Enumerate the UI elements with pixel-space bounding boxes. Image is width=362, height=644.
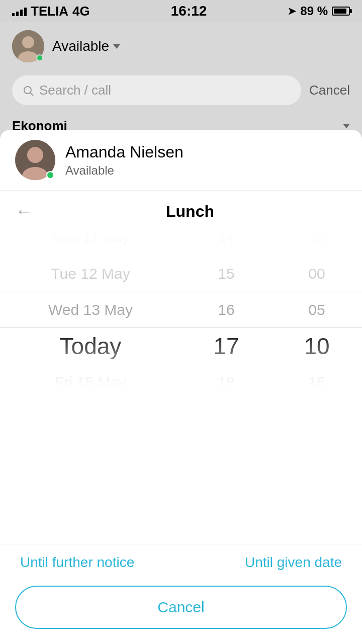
status-left: TELIA 4G [12, 4, 90, 19]
header-status-label: Available [52, 38, 109, 54]
battery-percentage: 89 % [300, 4, 328, 18]
carrier-label: TELIA [31, 4, 68, 19]
picker-date-item-selected: Today [48, 328, 133, 364]
picker-date-items: Mon 11 May Tue 12 May Wed 13 May Today F… [48, 232, 133, 388]
time-label: 16:12 [171, 3, 207, 19]
contact-row: Amanda Nielsen Available [0, 130, 362, 191]
app-header: Available [0, 22, 362, 70]
picker-date-item: Mon 11 May [48, 232, 133, 256]
picker-hour-item-selected: 17 [213, 328, 239, 364]
back-button[interactable]: ← [15, 201, 33, 222]
picker-minute-item: 00 [304, 256, 329, 292]
picker-date-item: Fri 15 May [48, 364, 133, 388]
picker-title: Lunch [33, 202, 347, 221]
contact-info: Amanda Nielsen Available [65, 143, 184, 178]
modal-sheet: Amanda Nielsen Available ← Lunch Mon 11 … [0, 130, 362, 644]
online-indicator [36, 54, 43, 61]
until-further-notice-button[interactable]: Until further notice [20, 554, 134, 571]
picker-hour-item: 16 [213, 292, 239, 328]
picker-minute-items: 55 00 05 10 15 20 25 [304, 232, 329, 388]
cancel-main-button[interactable]: Cancel [15, 586, 347, 629]
picker-spacer [0, 388, 362, 544]
picker-minute-item: 15 [304, 364, 329, 388]
picker-hour-items: 14 15 16 17 18 19 20 [213, 232, 239, 388]
picker-hour-item: 15 [213, 256, 239, 292]
user-avatar-wrap [12, 30, 44, 62]
picker-minute-item: 55 [304, 232, 329, 256]
location-icon: ➤ [288, 5, 296, 17]
contact-status-text: Available [65, 164, 184, 178]
search-bar-wrap: Search / call Cancel [0, 70, 362, 113]
picker-hour-column[interactable]: 14 15 16 17 18 19 20 [181, 232, 272, 388]
svg-line-4 [31, 93, 34, 96]
svg-point-1 [22, 36, 34, 48]
search-bar[interactable]: Search / call [12, 75, 301, 105]
search-placeholder: Search / call [39, 83, 111, 98]
network-label: 4G [72, 4, 90, 19]
contact-name: Amanda Nielsen [65, 143, 184, 162]
section-chevron-icon [343, 124, 350, 128]
svg-point-3 [24, 87, 31, 94]
contact-avatar-wrap [15, 140, 55, 180]
status-right: ➤ 89 % [288, 4, 350, 18]
signal-bars-icon [12, 6, 27, 16]
header-status-row[interactable]: Available [52, 38, 120, 54]
status-bar: TELIA 4G 16:12 ➤ 89 % [0, 0, 362, 22]
contact-online-indicator [46, 171, 54, 179]
picker-minute-item-selected: 10 [304, 328, 329, 364]
picker-minute-item: 05 [304, 292, 329, 328]
picker-header: ← Lunch [0, 191, 362, 232]
picker-hour-item: 14 [213, 232, 239, 256]
picker-date-item: Tue 12 May [48, 256, 133, 292]
picker-minute-column[interactable]: 55 00 05 10 15 20 25 [272, 232, 362, 388]
search-cancel-button[interactable]: Cancel [309, 83, 350, 98]
until-given-date-button[interactable]: Until given date [245, 554, 342, 571]
picker-scroll-area[interactable]: Mon 11 May Tue 12 May Wed 13 May Today F… [0, 232, 362, 388]
status-chevron-icon [113, 44, 120, 49]
footer-options: Until further notice Until given date [0, 544, 362, 581]
battery-icon [332, 7, 350, 16]
picker-columns: Mon 11 May Tue 12 May Wed 13 May Today F… [0, 232, 362, 388]
picker-hour-item: 18 [213, 364, 239, 388]
search-icon [22, 85, 34, 97]
svg-point-6 [27, 147, 43, 163]
picker-date-column[interactable]: Mon 11 May Tue 12 May Wed 13 May Today F… [0, 232, 181, 388]
picker-date-item: Wed 13 May [48, 292, 133, 328]
